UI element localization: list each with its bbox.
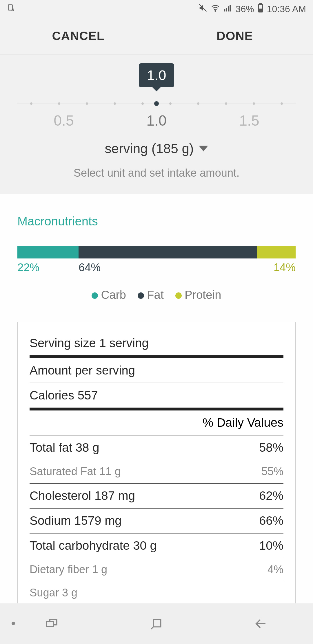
macro-pct-protein: 14% <box>257 261 296 274</box>
nutrition-label: Cholesterol 187 mg <box>30 489 135 503</box>
clock-text: 10:36 AM <box>267 4 306 15</box>
unit-selector[interactable]: serving (185 g) <box>105 141 208 156</box>
macro-seg-fat <box>79 246 256 258</box>
dot-icon <box>138 292 144 299</box>
nutrition-row: Sodium 1579 mg66% <box>30 509 283 533</box>
svg-rect-12 <box>46 621 53 627</box>
slider-label-right: 1.5 <box>203 112 296 129</box>
svg-rect-7 <box>228 6 229 12</box>
macro-seg-protein <box>257 246 296 258</box>
recent-apps-button[interactable] <box>41 612 64 635</box>
nutrition-label: Total carbohydrate 30 g <box>30 539 157 553</box>
dot-icon <box>92 292 98 299</box>
signal-icon <box>223 3 232 15</box>
nutrition-dv: 62% <box>259 489 283 503</box>
svg-rect-11 <box>259 9 262 12</box>
nav-indicator-dot <box>12 622 15 625</box>
nutrition-dv: 55% <box>261 465 283 478</box>
macro-pct-fat: 64% <box>79 261 256 274</box>
nutrition-row: Total fat 38 g58% <box>30 435 283 460</box>
mute-icon <box>199 3 207 15</box>
unit-label: serving (185 g) <box>105 141 194 156</box>
nutrition-row: Saturated Fat 11 g55% <box>30 460 283 483</box>
android-nav-bar <box>0 603 313 644</box>
svg-rect-5 <box>224 9 225 12</box>
nutrition-row: Sugar 3 g <box>30 581 283 604</box>
macronutrients-title: Macronutrients <box>17 214 296 228</box>
macro-percentages: 22% 64% 14% <box>17 261 296 274</box>
macro-seg-carb <box>17 246 79 258</box>
back-button[interactable] <box>249 612 272 635</box>
nutrition-row: Dietary fiber 1 g4% <box>30 558 283 581</box>
svg-rect-8 <box>230 5 231 12</box>
content: Macronutrients 22% 64% 14% Carb Fat Prot… <box>0 194 313 608</box>
nutrition-dv: 58% <box>259 441 283 455</box>
action-bar: CANCEL DONE <box>0 18 313 55</box>
slider-label-mid: 1.0 <box>110 112 203 129</box>
calories-row: Calories 557 <box>30 383 283 408</box>
serving-hint: Select unit and set intake amount. <box>0 167 313 179</box>
battery-pct: 36% <box>236 4 254 15</box>
status-bar: 36% 10:36 AM <box>0 0 313 18</box>
legend-protein: Protein <box>175 288 221 301</box>
nutrition-dv: 4% <box>267 563 283 576</box>
serving-panel: 1.0 0.5 1.0 1.5 serving (185 g) Select u… <box>0 55 313 194</box>
nutrition-label: Total fat 38 g <box>30 441 99 455</box>
legend-fat: Fat <box>138 288 164 301</box>
nutrition-dv: 10% <box>259 539 283 553</box>
nutrition-facts-box: Serving size 1 serving Amount per servin… <box>17 322 296 608</box>
daily-values-header: % Daily Values <box>30 410 283 435</box>
serving-slider[interactable] <box>17 98 296 109</box>
slider-handle[interactable] <box>154 101 159 106</box>
svg-rect-6 <box>226 8 227 12</box>
legend-carb: Carb <box>92 288 126 301</box>
serving-value-bubble: 1.0 <box>139 63 174 87</box>
svg-point-4 <box>215 10 216 11</box>
nutrition-label: Dietary fiber 1 g <box>30 563 107 576</box>
home-button[interactable] <box>145 612 168 635</box>
nutrition-label: Saturated Fat 11 g <box>30 465 121 478</box>
slider-label-left: 0.5 <box>17 112 110 129</box>
macro-legend: Carb Fat Protein <box>17 288 296 301</box>
chevron-down-icon <box>199 146 208 151</box>
nutrition-label: Sodium 1579 mg <box>30 514 122 528</box>
macro-bar-chart <box>17 246 296 258</box>
nutrition-row: Total carbohydrate 30 g10% <box>30 533 283 558</box>
svg-rect-10 <box>260 3 261 4</box>
nutrition-dv: 66% <box>259 514 283 528</box>
amount-per-serving-row: Amount per serving <box>30 358 283 383</box>
wifi-icon <box>211 3 220 15</box>
cancel-button[interactable]: CANCEL <box>0 18 156 54</box>
macro-pct-carb: 22% <box>17 261 79 274</box>
nutrition-row: Cholesterol 187 mg62% <box>30 484 283 508</box>
battery-icon <box>258 3 263 15</box>
dot-icon <box>175 292 182 299</box>
nutrition-label: Sugar 3 g <box>30 587 77 599</box>
slider-labels: 0.5 1.0 1.5 <box>17 112 296 129</box>
serving-size-row: Serving size 1 serving <box>30 331 283 355</box>
done-button[interactable]: DONE <box>156 18 313 54</box>
doc-icon <box>7 4 15 14</box>
